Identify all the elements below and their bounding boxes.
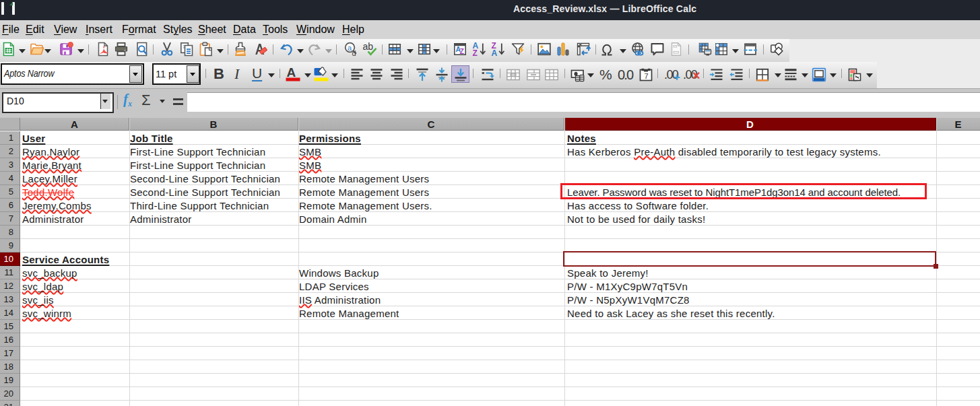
- svg-text:Z: Z: [460, 47, 465, 55]
- svg-text:ab: ab: [362, 41, 373, 52]
- svg-text:A: A: [286, 65, 296, 79]
- svg-text:Z: Z: [473, 48, 478, 58]
- svg-text:d: d: [352, 49, 356, 57]
- svg-text:7: 7: [645, 72, 649, 80]
- svg-text:A: A: [492, 48, 498, 58]
